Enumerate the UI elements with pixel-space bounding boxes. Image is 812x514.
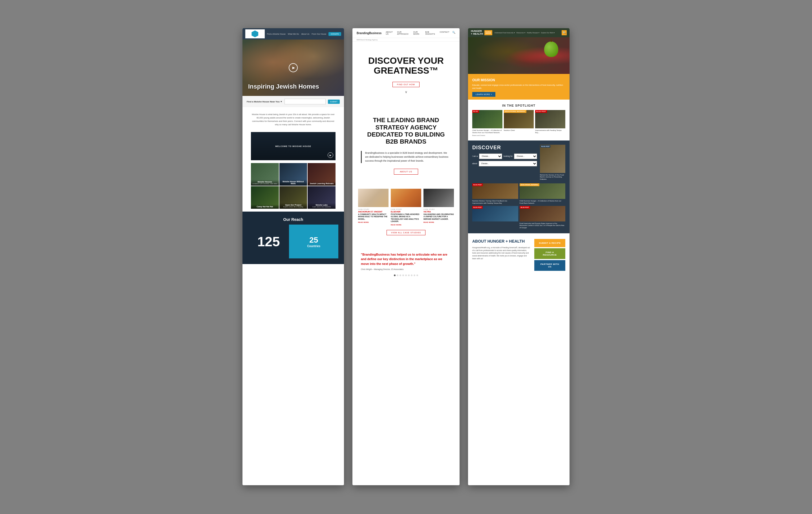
bb-case-tag-1: CASE STUDY — [358, 209, 388, 210]
bb-quote-section: "BrandingBusiness has helped us to artic… — [352, 247, 460, 282]
moishe-grid-item-1[interactable]: Moishe Houses Located in 125 countries, … — [251, 163, 279, 186]
bb-case-item-1[interactable]: CASE STUDY ANCHORUM ST. VINCENT A COMMUN… — [358, 189, 388, 226]
moishe-grid-item-6[interactable]: Moishe Labs Learn about new initiatives — [308, 186, 336, 209]
hh-spotlight-tag-3: BLOG POST — [535, 110, 547, 113]
bb-read-more-1[interactable]: READ MORE — [358, 221, 388, 223]
bb-view-all-button[interactable]: VIEW ALL CASE STUDIES — [386, 230, 426, 235]
bb-read-more-3[interactable]: READ MORE — [424, 221, 454, 223]
moishe-grid-item-5[interactable]: Open Dor Project Explore where life is h… — [280, 186, 307, 209]
bb-dot-5[interactable] — [405, 274, 407, 276]
hh-article-item-1[interactable]: BLOG POST Nutrition Kitchen: Turning Cli… — [472, 183, 518, 205]
bb-nav-contact[interactable]: CONTACT — [440, 31, 450, 35]
bb-case-company-1: ANCHORUM ST. VINCENT — [358, 211, 388, 213]
bb-quote-text: "BrandingBusiness has helped us to artic… — [361, 252, 451, 266]
bb-nav: BrandingBusiness ABOUT US OUR APPROACH O… — [352, 28, 460, 38]
moishe-play-button[interactable]: ▶ — [289, 63, 298, 72]
moishe-search-button[interactable]: SUBMIT — [328, 100, 340, 104]
bb-dot-1[interactable] — [394, 274, 396, 276]
hh-spotlight-subdesc-1: Beans and Greens — [472, 135, 502, 136]
bb-quote-attribution: Chris Wright – Managing Director, ZS Ass… — [361, 268, 451, 270]
moishe-nav-what[interactable]: What We Do — [288, 33, 299, 35]
hh-discover-select-1[interactable]: Choose... — [479, 154, 502, 159]
hh-article-title-1: Nutrition Kitchen: Turning Client Feedba… — [472, 200, 518, 205]
hh-nav-explore[interactable]: Explore Our Work ▾ — [541, 32, 555, 33]
hh-discover-select-3[interactable]: Choose... — [479, 161, 537, 166]
hh-nav-understand[interactable]: Understand Food Insecurity ▾ — [495, 32, 515, 33]
moishe-search-bar: Find a Moishe House Near You ✦ SUBMIT — [242, 96, 344, 107]
hh-article-tag-1: BLOG POST — [472, 183, 483, 186]
moishe-video-label: WELCOME TO MOISHE HOUSE — [275, 145, 311, 147]
bb-case-item-2[interactable]: CASE STUDY ELSEVIER POSITIONING A TIME-H… — [391, 189, 421, 226]
bb-dot-7[interactable] — [411, 274, 412, 276]
bb-dot-3[interactable] — [400, 274, 401, 276]
hh-spotlight-item-2[interactable]: EDUCATIONAL MATERIAL Nutrition Client — [504, 110, 534, 136]
hh-discover-lookingfor-label: looking for — [503, 155, 513, 157]
hh-article-img-4: BLOG POST — [520, 206, 566, 221]
bb-dot-6[interactable] — [408, 274, 410, 276]
hh-article-item-3[interactable]: BLOG POST — [472, 206, 518, 229]
moishe-hero: ▶ Inspiring Jewish Homes — [242, 39, 344, 96]
bb-dot-2[interactable] — [397, 274, 398, 276]
bb-case-company-2: ELSEVIER — [391, 211, 421, 213]
hh-nav-recipes[interactable]: Healthy Recipes ▾ — [527, 32, 540, 33]
bb-read-more-2[interactable]: READ MORE — [391, 224, 421, 226]
hh-article-img-1: BLOG POST — [472, 183, 518, 199]
moishe-nav-about[interactable]: About Us — [301, 33, 309, 35]
moishe-grid-item-3[interactable]: Jewish Learning Retreats — [308, 163, 336, 186]
hh-mission-title: OUR MISSION — [472, 78, 565, 82]
hh-spotlight-section: IN THE SPOTLIGHT BLOG Child Summer Hunge… — [468, 100, 570, 140]
moishe-grid-label-3: Jewish Learning Retreats — [308, 181, 336, 186]
bb-search-icon[interactable]: 🔍 — [452, 31, 455, 35]
bb-nav-approach[interactable]: OUR APPROACH — [397, 31, 410, 35]
hh-spotlight-desc-1: Child Summer Hunger – A Collection of St… — [472, 130, 502, 134]
moishe-search-input[interactable] — [285, 99, 326, 104]
hh-search-icon[interactable]: 🔍 — [562, 30, 567, 35]
bb-hero-title: DISCOVER YOUR GREATNESS™ — [361, 56, 451, 76]
hh-submit-recipe-button[interactable]: SUBMIT A RECIPE — [534, 239, 565, 247]
hh-discover-title: DISCOVER — [472, 145, 537, 151]
bb-dot-8[interactable] — [414, 274, 415, 276]
bb-carousel-dots — [361, 274, 451, 276]
bb-nav-about[interactable]: ABOUT US — [386, 31, 394, 35]
hh-mission-section: OUR MISSION Educate, connect and engage … — [468, 74, 570, 100]
bb-find-out-button[interactable]: FIND OUT HOW — [393, 82, 419, 87]
moishe-reach-countries-number: 25 — [309, 236, 318, 245]
hh-discover-select-2[interactable]: Choose... — [514, 154, 537, 159]
hh-apple-icon — [544, 42, 558, 57]
moishe-reach-section: Our Reach 125 25 Countries — [242, 212, 344, 264]
moishe-donate-button[interactable]: DONATE — [328, 32, 341, 36]
hh-article-img-2: EDUCATIONAL MATERIAL — [520, 183, 566, 199]
bb-nav-insights[interactable]: B2B INSIGHTS — [425, 31, 437, 35]
bb-logo: BrandingBusiness — [357, 32, 381, 35]
moishe-video-play-icon[interactable]: ▶ — [328, 152, 333, 158]
hh-partner-button[interactable]: PARTNER WITH US — [534, 260, 565, 271]
hh-article-tag-3: BLOG POST — [472, 206, 483, 209]
moishe-nav-from[interactable]: From Our House — [312, 33, 326, 35]
hh-nav-links: Understand Food Insecurity ▾ Resources ▾… — [495, 32, 559, 33]
hh-find-resource-button[interactable]: FIND A RESOURCE — [534, 248, 565, 259]
moishe-nav-find[interactable]: Find a Moishe House — [267, 33, 286, 35]
hh-logo: HUNGER + HEALTH Feeding America — [471, 30, 492, 35]
hh-article-item-4[interactable]: BLOG POST Food Insecurity and Poverty Ra… — [520, 206, 566, 229]
moishe-video[interactable]: WELCOME TO MOISHE HOUSE ▶ — [251, 132, 336, 160]
bb-case-studies-section: CASE STUDY ANCHORUM ST. VINCENT A COMMUN… — [352, 183, 460, 247]
bb-nav-work[interactable]: OUR WORK — [413, 31, 423, 35]
bb-about-button[interactable]: ABOUT US — [394, 169, 418, 174]
moishe-logo — [245, 29, 265, 38]
bb-dot-9[interactable] — [416, 274, 418, 276]
hh-mission-text: Educate, connect and engage cross-sector… — [472, 84, 565, 90]
bb-case-item-3[interactable]: CASE STUDY VICTRA GALVANIZING AND CELEBR… — [424, 189, 454, 226]
hh-discover-articles: BLOG POST Nutrition Kitchen: Turning Cli… — [472, 183, 565, 229]
bb-leading-brand-section: THE LEADING BRAND STRATEGY AGENCY DEDICA… — [352, 108, 460, 183]
hh-spotlight-item-1[interactable]: BLOG Child Summer Hunger – A Collection … — [472, 110, 502, 136]
bb-case-tag-2: CASE STUDY — [391, 209, 421, 210]
hh-spotlight-item-3[interactable]: BLOG POST Improvements with Feeding Tamp… — [535, 110, 565, 136]
bb-dot-4[interactable] — [402, 274, 404, 276]
bb-case-tag-3: CASE STUDY — [424, 209, 454, 210]
hh-nav-resources[interactable]: Resources ▾ — [517, 32, 525, 33]
hh-learn-more-button[interactable]: LEARN MORE > — [472, 92, 495, 97]
moishe-grid-item-2[interactable]: Moishe House Without Walls — [280, 163, 307, 186]
bb-case-company-3: VICTRA — [424, 211, 454, 213]
hh-article-item-2[interactable]: EDUCATIONAL MATERIAL Child Summer Hunger… — [520, 183, 566, 205]
moishe-grid-item-4[interactable]: Camp Nai Nai Nai — [251, 186, 279, 209]
